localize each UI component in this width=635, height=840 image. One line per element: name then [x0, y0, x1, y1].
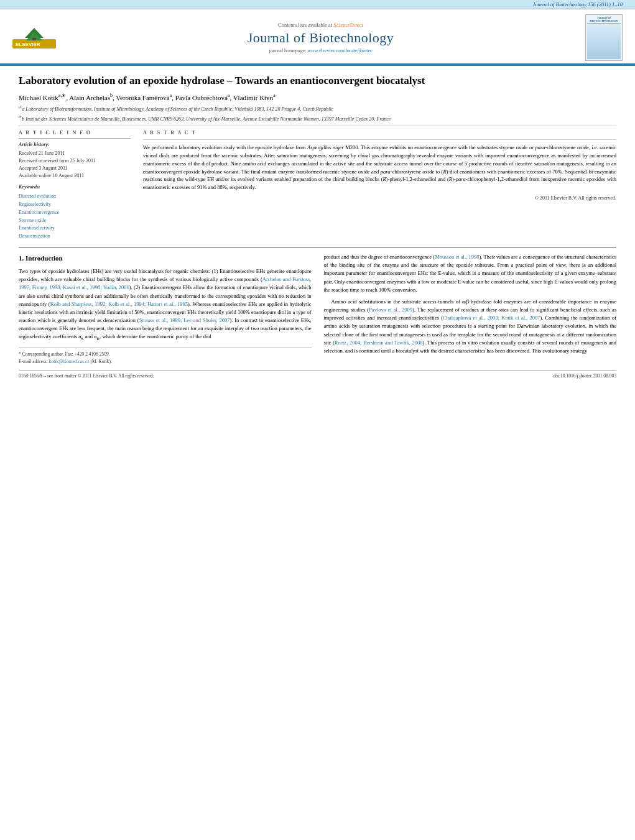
svg-text:ELSEVIER: ELSEVIER — [16, 42, 40, 47]
email-note: E-mail address: kotik@biomed.cas.cz (M. … — [19, 358, 312, 366]
footer-left-text: 0168-1656/$ – see front matter © 2011 El… — [19, 373, 154, 379]
abstract-top-divider — [143, 139, 616, 140]
ref-pavlova[interactable]: Pavlova et al., 2009 — [369, 307, 412, 313]
abstract-label: A B S T R A C T — [143, 130, 616, 136]
affiliation-a: a a Laboratory of Biotransformation, Ins… — [19, 104, 616, 113]
article-info-column: A R T I C L E I N F O Article history: R… — [19, 130, 131, 241]
corresponding-note: * Corresponding author. Fax: +420 2 4106… — [19, 351, 312, 358]
ref-strauss[interactable]: Strauss et al., 1999; Lee and Shuler, 20… — [139, 317, 230, 323]
keyword-6[interactable]: Deracemization — [19, 233, 131, 241]
accepted-date: Accepted 3 August 2011 — [19, 165, 131, 172]
available-date: Available online 10 August 2011 — [19, 172, 131, 180]
homepage-url[interactable]: www.elsevier.com/locate/jbiotec — [307, 48, 372, 53]
ref-reetz[interactable]: Reetz, 2004; Bershtein and Tawfik, 2008 — [335, 339, 423, 346]
keyword-4[interactable]: Styrene oxide — [19, 217, 131, 225]
journal-citation: Journal of Biotechnology 156 (2011) 1–10 — [532, 1, 623, 7]
elsevier-logo-area: ELSEVIER — [12, 27, 56, 48]
header-separator — [0, 65, 635, 66]
journal-top-bar: Journal of Biotechnology 156 (2011) 1–10 — [0, 0, 635, 9]
cover-title: Journal ofBIOTECHNOLOGY — [587, 16, 621, 24]
section-1-heading: 1. Introduction — [19, 253, 312, 264]
authors-line: Michael Kotika,∗, Alain Archelasb, Veron… — [19, 93, 616, 101]
keyword-3[interactable]: Enantioconvergence — [19, 209, 131, 217]
footer-doi: doi:10.1016/j.jbiotec.2011.08.003 — [553, 373, 616, 379]
header-area: ELSEVIER Contents lists available at Sci… — [0, 9, 635, 65]
history-title: Article history: — [19, 141, 131, 149]
copyright-line: © 2011 Elsevier B.V. All rights reserved… — [143, 195, 616, 201]
abstract-body: We performed a laboratory evolution stud… — [143, 144, 616, 190]
page-wrapper: Journal of Biotechnology 156 (2011) 1–10… — [0, 0, 635, 385]
abstract-column: A B S T R A C T We performed a laborator… — [143, 130, 616, 241]
article-title: Laboratory evolution of an epoxide hydro… — [19, 74, 616, 88]
main-col-right: product and thus the degree of enantioco… — [324, 253, 617, 365]
journal-title: Journal of Biotechnology — [56, 30, 585, 46]
ref-chaloupkova[interactable]: Chaloupková et al., 2003; Kotik et al., … — [443, 315, 540, 321]
intro-para-2: product and thus the degree of enantioco… — [324, 253, 617, 294]
ref-moussou[interactable]: Moussou et al., 1998 — [435, 254, 479, 260]
abstract-text: We performed a laboratory evolution stud… — [143, 144, 616, 192]
email-link[interactable]: kotik@biomed.cas.cz — [49, 359, 90, 364]
article-history: Article history: Received 21 June 2011 R… — [19, 138, 131, 180]
keywords-section: Keywords: Directed evolution Regioselect… — [19, 183, 131, 241]
intro-para-1: Two types of epoxide hydrolases (EHs) ar… — [19, 267, 312, 343]
article-body: Laboratory evolution of an epoxide hydro… — [0, 71, 635, 385]
keyword-5[interactable]: Enantioselectivity — [19, 224, 131, 233]
header-center: Contents lists available at ScienceDirec… — [56, 22, 585, 53]
affiliations: a a Laboratory of Biotransformation, Ins… — [19, 104, 616, 122]
ref-archelas[interactable]: Archelas and Furstoss, 1997; Finney, 199… — [19, 276, 311, 290]
svg-rect-4 — [32, 38, 36, 40]
main-content-divider — [19, 247, 616, 248]
sciencedirect-link[interactable]: ScienceDirect — [333, 22, 363, 28]
keyword-2[interactable]: Regioselectivity — [19, 201, 131, 209]
keywords-title: Keywords: — [19, 183, 131, 192]
revised-date: Received in revised form 25 July 2011 — [19, 157, 131, 165]
footnotes: * Corresponding author. Fax: +420 2 4106… — [19, 348, 312, 365]
main-text-columns: 1. Introduction Two types of epoxide hyd… — [19, 253, 616, 365]
elsevier-tree-icon: ELSEVIER — [12, 27, 56, 48]
affiliation-divider — [19, 126, 616, 126]
cover-body-image — [587, 24, 621, 59]
info-abstract-columns: A R T I C L E I N F O Article history: R… — [19, 130, 616, 241]
article-info-label: A R T I C L E I N F O — [19, 130, 131, 136]
author-michael: Michael Kotika,∗, Alain Archelasb, Veron… — [19, 94, 276, 101]
email-suffix: (M. Kotik). — [90, 359, 111, 364]
sciencedirect-line: Contents lists available at ScienceDirec… — [56, 22, 585, 28]
affiliation-b: b b Institut des Sciences Moléculaires d… — [19, 114, 616, 122]
journal-cover-image: Journal ofBIOTECHNOLOGY — [585, 14, 623, 61]
intro-para-3: Amino acid substitutions in the substrat… — [324, 298, 617, 355]
ref-kolb[interactable]: Kolb and Sharpless, 1992; Kolb et al., 1… — [50, 301, 188, 307]
email-label: E-mail address: — [19, 359, 48, 364]
keyword-1[interactable]: Directed evolution — [19, 193, 131, 201]
received-date: Received 21 June 2011 — [19, 150, 131, 157]
main-col-left: 1. Introduction Two types of epoxide hyd… — [19, 253, 312, 365]
homepage-line: journal homepage: www.elsevier.com/locat… — [56, 48, 585, 53]
footer-bar: 0168-1656/$ – see front matter © 2011 El… — [19, 370, 616, 379]
